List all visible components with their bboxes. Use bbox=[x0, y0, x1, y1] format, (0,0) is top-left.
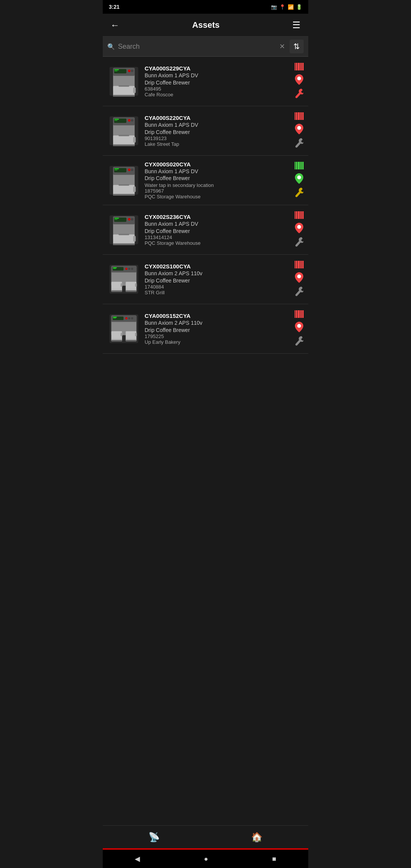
svg-rect-40 bbox=[298, 112, 298, 120]
svg-rect-145 bbox=[298, 310, 299, 318]
asset-list: CYA000S229CYA Bunn Axiom 1 APS DVDrip Co… bbox=[103, 57, 308, 825]
svg-rect-15 bbox=[296, 63, 297, 70]
svg-rect-61 bbox=[295, 162, 295, 169]
wrench-icon[interactable] bbox=[295, 287, 303, 298]
android-back-button[interactable]: ◀ bbox=[135, 855, 140, 863]
svg-rect-128 bbox=[113, 317, 116, 318]
asset-list-item[interactable]: CYA000S220CYA Bunn Axiom 1 APS DVDrip Co… bbox=[103, 106, 308, 156]
location-pin-icon[interactable] bbox=[295, 223, 303, 235]
asset-location: STR Grill bbox=[145, 290, 288, 295]
location-pin-icon[interactable] bbox=[295, 124, 303, 136]
svg-rect-91 bbox=[300, 211, 301, 219]
svg-point-102 bbox=[125, 268, 127, 270]
wrench-icon[interactable] bbox=[295, 237, 303, 248]
svg-rect-60 bbox=[118, 184, 129, 186]
svg-rect-18 bbox=[299, 63, 300, 70]
svg-rect-20 bbox=[301, 63, 302, 70]
svg-rect-33 bbox=[113, 136, 134, 144]
svg-rect-144 bbox=[298, 310, 298, 318]
svg-point-104 bbox=[131, 268, 133, 270]
search-input[interactable] bbox=[118, 43, 276, 51]
wrench-icon[interactable] bbox=[295, 138, 303, 149]
signal-icon: 📶 bbox=[288, 4, 294, 10]
asset-actions bbox=[290, 159, 308, 202]
android-home-button[interactable]: ● bbox=[204, 855, 208, 863]
svg-rect-111 bbox=[126, 290, 136, 292]
asset-actions bbox=[290, 208, 308, 251]
asset-serial: 1313414124 bbox=[145, 235, 288, 240]
home-nav-item[interactable]: 🏠 bbox=[244, 830, 270, 845]
svg-rect-139 bbox=[126, 340, 136, 341]
barcode-icon[interactable] bbox=[294, 112, 304, 121]
menu-button[interactable]: ☰ bbox=[291, 18, 302, 32]
svg-rect-63 bbox=[296, 162, 297, 169]
asset-image bbox=[103, 159, 145, 202]
wrench-icon[interactable] bbox=[295, 89, 303, 100]
svg-rect-66 bbox=[299, 162, 300, 169]
asset-list-item[interactable]: CYA000S152CYA Bunn Axiom 2 APS 110vDrip … bbox=[103, 304, 308, 354]
svg-rect-135 bbox=[111, 340, 122, 341]
wrench-icon[interactable] bbox=[295, 336, 303, 347]
asset-list-item[interactable]: CYX000S020CYA Bunn Axiom 1 APS DVDrip Co… bbox=[103, 156, 308, 205]
barcode-icon[interactable] bbox=[294, 211, 304, 220]
asset-list-item[interactable]: CYA000S229CYA Bunn Axiom 1 APS DVDrip Co… bbox=[103, 57, 308, 106]
svg-rect-116 bbox=[298, 261, 298, 268]
search-icon: 🔍 bbox=[107, 43, 115, 50]
location-pin-icon[interactable] bbox=[295, 272, 303, 284]
asset-info: CYA000S220CYA Bunn Axiom 1 APS DVDrip Co… bbox=[145, 109, 290, 152]
svg-rect-115 bbox=[296, 261, 297, 268]
asset-list-item[interactable]: CYX002S100CYA Bunn Axiom 2 APS 110vDrip … bbox=[103, 255, 308, 304]
asset-code: CYA000S220CYA bbox=[145, 115, 288, 121]
asset-list-item[interactable]: CYX002S236CYA Bunn Axiom 1 APS DVDrip Co… bbox=[103, 205, 308, 255]
android-recents-button[interactable]: ■ bbox=[272, 855, 276, 863]
svg-rect-65 bbox=[298, 162, 299, 169]
svg-rect-138 bbox=[126, 332, 136, 338]
search-clear-button[interactable]: ✕ bbox=[279, 42, 285, 51]
barcode-icon[interactable] bbox=[294, 261, 304, 270]
back-button[interactable]: ← bbox=[109, 18, 121, 32]
svg-rect-9 bbox=[113, 86, 134, 94]
svg-rect-129 bbox=[113, 318, 116, 318]
svg-point-7 bbox=[131, 70, 133, 72]
svg-rect-112 bbox=[135, 283, 137, 287]
svg-rect-118 bbox=[299, 261, 300, 268]
asset-location: Lake Street Tap bbox=[145, 141, 288, 147]
asset-model: Bunn Axiom 1 APS DVDrip Coffee Brewer bbox=[145, 72, 288, 86]
svg-rect-57 bbox=[113, 185, 134, 193]
svg-rect-89 bbox=[298, 211, 299, 219]
search-bar: 🔍 ✕ ⇅ bbox=[103, 37, 308, 57]
wrench-icon[interactable] bbox=[295, 188, 303, 199]
svg-point-79 bbox=[131, 218, 133, 221]
svg-rect-140 bbox=[135, 333, 137, 336]
svg-point-54 bbox=[128, 169, 131, 171]
svg-rect-64 bbox=[298, 162, 298, 169]
wifi-nav-item[interactable]: 📡 bbox=[141, 830, 167, 845]
svg-rect-77 bbox=[114, 219, 117, 220]
svg-rect-19 bbox=[300, 63, 301, 70]
barcode-icon[interactable] bbox=[294, 63, 304, 72]
location-pin-icon[interactable] bbox=[295, 322, 303, 334]
svg-rect-70 bbox=[303, 162, 304, 169]
sort-button[interactable]: ⇅ bbox=[290, 40, 304, 53]
asset-actions bbox=[290, 307, 308, 350]
home-icon: 🏠 bbox=[251, 832, 263, 842]
svg-point-71 bbox=[297, 176, 301, 179]
location-pin-icon[interactable] bbox=[295, 173, 303, 185]
svg-rect-36 bbox=[118, 135, 129, 136]
asset-extra-note: Water tap in secondary location bbox=[145, 182, 288, 188]
svg-rect-90 bbox=[299, 211, 300, 219]
svg-rect-143 bbox=[296, 310, 297, 318]
barcode-icon[interactable] bbox=[294, 310, 304, 319]
svg-rect-46 bbox=[303, 112, 304, 120]
svg-point-30 bbox=[128, 119, 131, 122]
svg-point-131 bbox=[128, 317, 130, 319]
location-icon: 📍 bbox=[279, 4, 285, 10]
status-bar: 3:21 📷 📍 📶 🔋 bbox=[103, 0, 308, 14]
bottom-nav: 📡 🏠 bbox=[103, 825, 308, 848]
location-pin-icon[interactable] bbox=[295, 74, 303, 86]
svg-rect-69 bbox=[302, 162, 303, 169]
asset-image bbox=[103, 208, 145, 251]
barcode-icon[interactable] bbox=[294, 162, 304, 171]
asset-serial: 1875967 bbox=[145, 188, 288, 194]
svg-rect-83 bbox=[133, 236, 136, 242]
